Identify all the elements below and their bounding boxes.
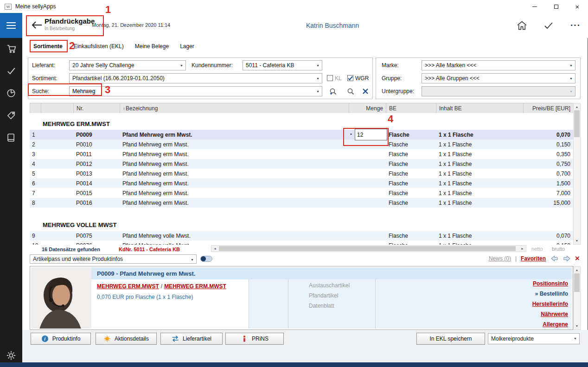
scroll-down-button[interactable]: ▼: [574, 237, 580, 244]
gear-icon: [6, 350, 16, 361]
col-header-menge[interactable]: Menge: [349, 103, 386, 114]
in-ekl-speichern-button[interactable]: In EKL speichern: [416, 333, 485, 345]
sidebar-catalog-button[interactable]: [6, 133, 16, 143]
untergruppe-label: Untergruppe:: [382, 88, 414, 95]
search-combo[interactable]: ▼: [69, 86, 322, 96]
datenblatt-link[interactable]: Datenblatt: [309, 303, 334, 309]
tab-einkaufslisten[interactable]: Einkaufslisten (EKL): [74, 42, 124, 51]
app-header: Pfandrückgabe In Bearbeitung Montag, 21.…: [22, 13, 588, 38]
col-header-bezeichnung[interactable]: ↑Bezeichnung: [120, 103, 349, 114]
gruppe-select[interactable]: >>> Alle Gruppen <<< ▼: [422, 73, 575, 83]
clear-search-button[interactable]: [359, 86, 371, 96]
table-row[interactable]: 7P0015Pfand Mehrweg erm Mwst.Flasche1 x …: [30, 188, 573, 198]
scrollbar-thumb[interactable]: [219, 246, 516, 251]
next-article-button[interactable]: [562, 255, 571, 262]
search-input[interactable]: [72, 88, 313, 95]
cell-bezeichnung: Pfand Mehrweg erm Mwst.: [120, 198, 349, 208]
lieferartikel-button[interactable]: Lieferartikel: [160, 333, 223, 345]
scroll-up-button[interactable]: ▲: [574, 266, 580, 273]
kl-checkbox[interactable]: [327, 75, 333, 81]
col-header-preis[interactable]: Preis/BE [EUR]: [524, 103, 574, 114]
table-row[interactable]: 5P0013Pfand Mehrweg erm Mwst.Flasche1 x …: [30, 169, 573, 178]
row-icon-cell: [41, 130, 73, 139]
sidebar-statistics-button[interactable]: [6, 88, 16, 98]
table-row[interactable]: 2P0010Pfand Mehrweg erm Mwst.Flasche1 x …: [30, 139, 573, 149]
kundennummer-select[interactable]: 5011 - Cafeteria KB ▼: [243, 60, 322, 70]
tab-meine-belege[interactable]: Meine Belege: [135, 42, 169, 51]
close-button[interactable]: ×: [567, 0, 588, 13]
back-button[interactable]: [31, 20, 44, 31]
close-infopanel-button[interactable]: ×: [575, 255, 580, 262]
sidebar-cart-button[interactable]: [6, 44, 16, 54]
sidebar-settings-button[interactable]: [6, 350, 16, 361]
book-icon: [6, 133, 16, 142]
positionsinfo-link[interactable]: Positionsinfo: [533, 280, 568, 287]
scroll-up-button[interactable]: ▲: [574, 103, 580, 110]
checked-icon: [348, 76, 353, 81]
brutto-label[interactable]: brutto: [552, 246, 565, 252]
news-link[interactable]: News (0): [489, 255, 511, 262]
article-table: MEHRWEG ERM.MWST1P0009Pfand Mehrweg erm …: [30, 113, 573, 245]
search-advanced-button[interactable]: [327, 86, 339, 96]
table-row[interactable]: 4P0012Pfand Mehrweg erm Mwst.Flasche1 x …: [30, 159, 573, 169]
checkmark-icon: [6, 66, 16, 76]
table-row[interactable]: 8P0016Pfand Mehrweg erm Mwst.Flasche1 x …: [30, 198, 573, 208]
table-horizontal-scrollbar[interactable]: ◄ ►: [211, 245, 526, 252]
cell-preis: 1,500: [523, 178, 573, 188]
menu-button[interactable]: [0, 13, 22, 38]
marke-select[interactable]: >>> Alle Marken <<< ▼: [422, 60, 575, 70]
sortiment-select[interactable]: Pfandartikel (16.06.2019-01.01.2050) ▼: [69, 73, 322, 83]
productinfo-toggle[interactable]: [200, 256, 212, 262]
netto-label[interactable]: netto: [531, 246, 543, 252]
aktionsdetails-button[interactable]: Aktionsdetails: [96, 333, 157, 345]
lieferant-select[interactable]: 20 Jahre Selly Challenge ▼: [69, 60, 186, 70]
table-row[interactable]: 6P0014Pfand Mehrweg erm Mwst.Flasche1 x …: [30, 178, 573, 188]
austauschartikel-link[interactable]: Austauschartikel: [309, 282, 350, 289]
col-header-inhalt-be[interactable]: Inhalt BE: [436, 103, 524, 114]
group-link[interactable]: MEHRWEG ERM.MWST: [97, 283, 159, 290]
maximize-button[interactable]: [545, 0, 567, 13]
col-header-nr[interactable]: Nr.: [74, 103, 120, 114]
minimize-button[interactable]: [524, 0, 545, 13]
bestellinfo-link[interactable]: » Bestellinfo: [535, 291, 568, 297]
tab-sortimente[interactable]: Sortimente: [33, 42, 63, 51]
ekl-target-select[interactable]: Molkereiprodukte ▼: [488, 333, 580, 344]
wgr-checkbox[interactable]: [347, 75, 353, 81]
sidebar-tasks-button[interactable]: [6, 66, 16, 76]
allergene-link[interactable]: Allergene: [543, 321, 568, 328]
scroll-right-button[interactable]: ►: [519, 246, 526, 252]
cell-preis: 0,150: [523, 240, 573, 245]
sidebar-pricetag-button[interactable]: [6, 110, 16, 120]
naehrwerte-link[interactable]: Nährwerte: [541, 311, 568, 317]
herstellerinfo-link[interactable]: Herstellerinfo: [532, 301, 568, 307]
produktinfo-button[interactable]: i Produktinfo: [31, 333, 91, 345]
app-window: W Meine sellyApps ×: [0, 0, 588, 367]
row-number: 10: [30, 240, 41, 245]
row-number: 2: [30, 139, 41, 149]
table-row[interactable]: 1P0009Pfand Mehrweg erm Mwst.•Flasche1 x…: [30, 130, 573, 139]
menge-input[interactable]: [355, 129, 387, 140]
cell-be: Flasche: [386, 149, 436, 159]
table-row[interactable]: 3P0011Pfand Mehrweg erm Mwst.Flasche1 x …: [30, 149, 573, 159]
scrollbar-thumb[interactable]: [574, 110, 580, 137]
scroll-down-button[interactable]: ▼: [574, 323, 580, 329]
infopanel-scrollbar[interactable]: ▲ ▼: [573, 266, 581, 330]
pfandartikel-link[interactable]: Pfandartikel: [309, 292, 338, 299]
productinfo-select[interactable]: Artikelpass und weitere Produktinfos ▼: [30, 254, 197, 264]
table-vertical-scrollbar[interactable]: ▲ ▼: [573, 103, 581, 245]
previous-article-button[interactable]: [550, 255, 558, 262]
table-row[interactable]: 10P0076Pfand Mehrweg volle Mwst.Flasche1…: [30, 240, 573, 245]
cell-be: Flasche: [386, 169, 436, 178]
col-header-be[interactable]: BE: [386, 103, 436, 114]
scrollbar-thumb[interactable]: [574, 273, 580, 292]
search-button[interactable]: [345, 86, 357, 96]
table-row[interactable]: 9P0075Pfand Mehrweg volle Mwst.Flasche1 …: [30, 231, 573, 240]
group-link[interactable]: MEHRWEG ERM.MWST: [164, 283, 226, 290]
home-button[interactable]: [516, 20, 528, 31]
scroll-left-button[interactable]: ◄: [211, 246, 218, 252]
prins-button[interactable]: PRiNS: [225, 333, 284, 345]
favoriten-link[interactable]: Favoriten: [521, 255, 546, 262]
confirm-button[interactable]: [543, 20, 555, 31]
tab-lager[interactable]: Lager: [180, 42, 194, 51]
more-options-button[interactable]: ···: [569, 20, 582, 31]
